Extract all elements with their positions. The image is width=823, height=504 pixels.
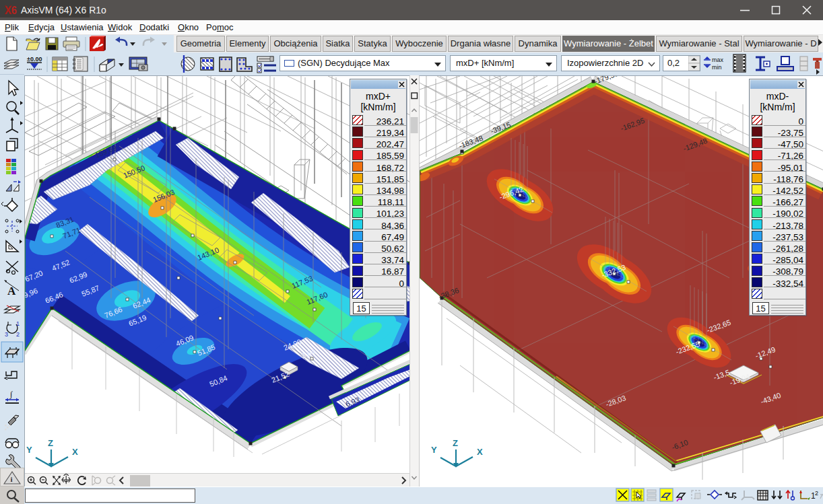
svg-text:Y: Y bbox=[26, 445, 32, 455]
svg-text:Y: Y bbox=[431, 445, 437, 455]
svg-text:1: 1 bbox=[16, 320, 20, 327]
svg-text:Z: Z bbox=[453, 438, 458, 448]
svg-text:max: max bbox=[712, 57, 724, 63]
svg-text:min: min bbox=[712, 64, 722, 71]
svg-text:∫: ∫ bbox=[9, 390, 13, 399]
svg-text:i: i bbox=[11, 475, 13, 483]
svg-text:2: 2 bbox=[815, 490, 818, 497]
svg-text:3: 3 bbox=[5, 331, 8, 338]
svg-text:±0.00: ±0.00 bbox=[27, 56, 42, 63]
svg-text:A: A bbox=[7, 285, 16, 297]
svg-text:X: X bbox=[72, 447, 78, 457]
svg-text:2: 2 bbox=[16, 331, 20, 338]
svg-text:X: X bbox=[477, 447, 483, 457]
svg-text:Z: Z bbox=[48, 438, 53, 448]
